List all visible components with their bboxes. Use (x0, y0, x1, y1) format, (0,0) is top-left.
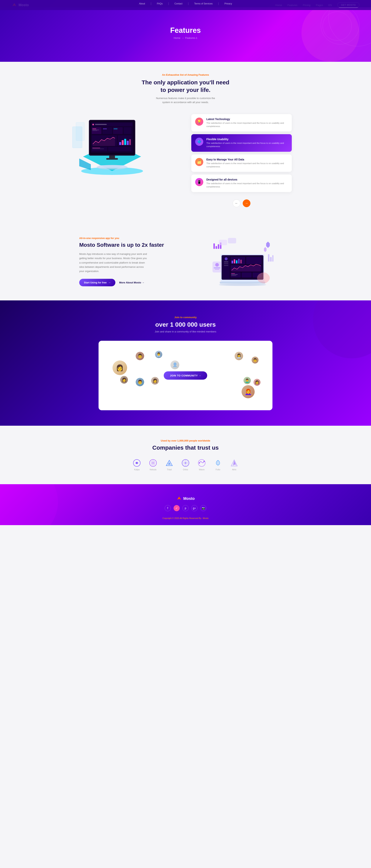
deco-circle-3 (323, 11, 352, 40)
community-tag: Join to community (98, 316, 273, 319)
monitor-illustration (79, 114, 145, 176)
speed-desc: Mosto App introduces a new way of managi… (79, 252, 149, 273)
avatar-sm-8: 👨‍🦱 (243, 376, 251, 384)
social-twitter[interactable]: ✓ (173, 505, 180, 511)
social-facebook[interactable]: f (165, 505, 171, 511)
trust-logo-3: Triad (165, 459, 173, 471)
svg-rect-51 (224, 265, 228, 266)
breadcrumb: Home → Features-1 (174, 36, 198, 39)
svg-rect-11 (124, 127, 132, 134)
svg-rect-57 (238, 259, 239, 264)
feature-icon-devices: 📱 (195, 178, 203, 186)
avatar-blur: 👤 (170, 360, 180, 370)
trust-logo-4: Orbis (181, 459, 190, 471)
trust-logo-5: Wavix (198, 459, 206, 471)
more-about-link[interactable]: More About Mosto → (119, 281, 144, 284)
footer-logo-text: Mosto (183, 496, 195, 501)
svg-point-79 (152, 462, 154, 464)
avatar-sm-7: 👩 (151, 376, 159, 385)
svg-rect-9 (103, 127, 112, 134)
footer-logo-icon (176, 496, 182, 501)
svg-rect-75 (272, 255, 274, 261)
avatar-sm-3: 👩‍💼 (234, 351, 244, 361)
trust-section: Used by over 1,000,000 people worldwide … (0, 426, 371, 484)
svg-rect-38 (218, 244, 219, 249)
avatar-sm-9: 👩 (253, 378, 261, 386)
svg-rect-12 (92, 129, 96, 129)
footer-brand-link[interactable]: Mosto (203, 517, 208, 519)
svg-rect-41 (228, 238, 236, 243)
avatar-sm-4: 👨 (251, 356, 259, 364)
svg-rect-27 (92, 148, 100, 148)
feature-desc-3: The satisfaction of users is the most im… (206, 182, 288, 189)
feature-icon-latest: 💡 (195, 118, 203, 126)
feature-title-3: Designed for all devices (206, 178, 288, 181)
svg-marker-33 (79, 158, 91, 170)
arrow-icon: → (108, 281, 111, 284)
features-cards: 💡 Latest Technology The satisfaction of … (191, 114, 292, 207)
arrow-next-button[interactable]: → (243, 199, 250, 207)
svg-marker-42 (266, 242, 270, 248)
svg-point-70 (215, 263, 219, 267)
community-card: 👩 👨 👨‍💼 👩‍💼 👨 👩 (98, 341, 273, 410)
svg-rect-15 (103, 129, 107, 129)
feature-icon-data: 🗂️ (195, 158, 203, 166)
trust-logo-7: Atris (230, 459, 238, 471)
svg-rect-28 (92, 149, 104, 149)
svg-rect-13 (92, 130, 99, 130)
avatar-sm-6: 👨 (135, 377, 145, 387)
trust-logo-name-1: Kalpa (134, 468, 140, 471)
svg-rect-40 (219, 240, 227, 245)
svg-rect-71 (214, 268, 220, 268)
community-desc: Join and share in a community of like-mi… (98, 330, 273, 333)
features-tag: An Exhaustive list of Amazing Features (162, 73, 209, 76)
svg-rect-16 (114, 129, 117, 129)
svg-rect-21 (122, 140, 124, 145)
feature-card-0: 💡 Latest Technology The satisfaction of … (191, 114, 292, 132)
footer-logo: Mosto (8, 496, 363, 501)
svg-rect-22 (124, 139, 126, 145)
avatar-large-2: 👩‍🦰 (241, 385, 255, 399)
avatar-large-1: 👩 (112, 360, 127, 375)
footer-copyright: Copyright © 2020.All Rights Reserved By … (8, 517, 363, 519)
feature-nav-arrows: ← → (191, 199, 292, 207)
svg-rect-36 (213, 243, 215, 249)
svg-point-48 (225, 257, 228, 260)
svg-rect-73 (268, 254, 269, 261)
feature-title-1: Flexible Usability (206, 138, 288, 141)
svg-rect-53 (246, 257, 262, 264)
features-desc: Numerous features make it possible to cu… (153, 96, 218, 104)
arrow-prev-button[interactable]: ← (233, 199, 240, 207)
svg-rect-20 (119, 142, 121, 145)
svg-rect-30 (106, 158, 118, 160)
feature-text-2: Easy to Manage Your All Data The satisfa… (206, 158, 288, 168)
trust-logo-name-5: Wavix (199, 468, 205, 471)
feature-desc-1: The satisfaction of users is the most im… (206, 142, 288, 148)
community-title: over 1 000 000 users (98, 321, 273, 328)
trust-logo-name-4: Orbis (183, 468, 188, 471)
trust-logos: Kalpa Nebula Triad (16, 459, 355, 471)
social-googleplus[interactable]: g+ (191, 505, 198, 511)
join-community-button[interactable]: JOIN TO COMMUNITY → (164, 371, 207, 380)
speed-text: All-in-one responsive app for you Mosto … (79, 237, 178, 286)
svg-marker-43 (264, 247, 266, 252)
feature-text-1: Flexible Usability The satisfaction of u… (206, 138, 288, 148)
trust-logo-name-2: Nebula (150, 468, 156, 471)
svg-rect-62 (241, 272, 252, 277)
feature-card-2: 🗂️ Easy to Manage Your All Data The sati… (191, 154, 292, 172)
breadcrumb-current: Features-1 (185, 36, 197, 39)
svg-rect-67 (220, 281, 265, 284)
speed-section: All-in-one responsive app for you Mosto … (0, 223, 371, 301)
trust-logo-name-7: Atris (232, 468, 236, 471)
speed-title: Mosto Software is up to 2x faster (79, 242, 178, 248)
social-pinterest[interactable]: p (182, 505, 189, 511)
start-using-button[interactable]: Start Using for free → (79, 279, 115, 286)
svg-rect-34 (73, 127, 82, 148)
feature-text-0: Latest Technology The satisfaction of us… (206, 118, 288, 128)
avatar-sm-5: 👩 (120, 375, 128, 384)
social-instagram[interactable]: 📷 (200, 505, 206, 511)
feature-desc-2: The satisfaction of users is the most im… (206, 162, 288, 168)
breadcrumb-home[interactable]: Home (174, 36, 180, 39)
features-title: The only application you'll need to powe… (139, 79, 232, 94)
svg-rect-14 (92, 130, 97, 131)
